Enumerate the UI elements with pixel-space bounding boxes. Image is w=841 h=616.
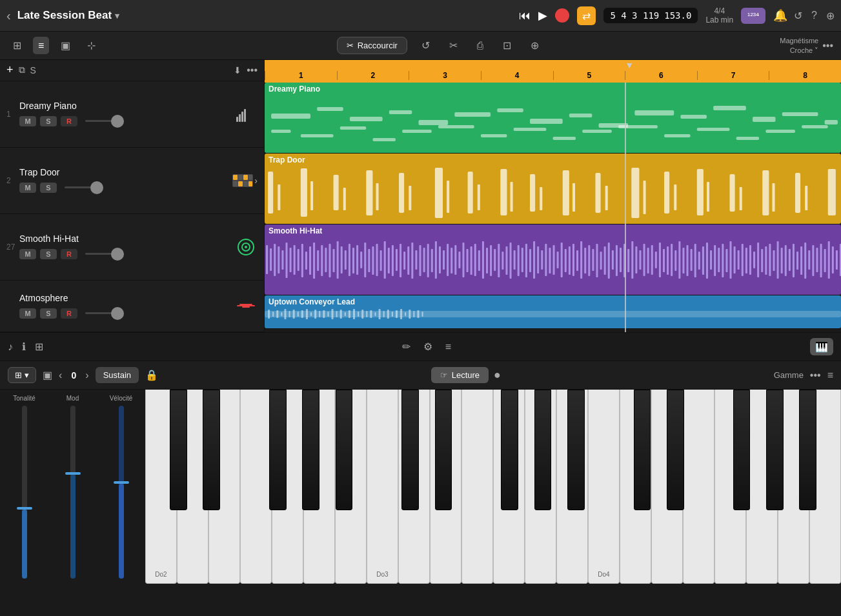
kb-lines-button[interactable]: ≡ bbox=[827, 370, 833, 381]
panel-button[interactable]: ⊞ bbox=[35, 341, 43, 353]
solo-button[interactable]: S bbox=[40, 183, 57, 193]
svg-rect-234 bbox=[268, 310, 270, 319]
mute-button[interactable]: M bbox=[19, 249, 36, 259]
rec-button[interactable]: R bbox=[61, 249, 77, 259]
list-view-button[interactable]: ≡ bbox=[33, 37, 49, 54]
track-instrument-icon[interactable] bbox=[234, 103, 258, 126]
download-button[interactable]: ⬇ bbox=[234, 65, 241, 75]
solo-button[interactable]: S bbox=[40, 308, 57, 319]
solo-button[interactable]: S bbox=[40, 249, 57, 259]
clip-hihat[interactable]: Smooth Hi-Hat // Generate many thin bars… bbox=[265, 224, 841, 295]
key-ds2[interactable] bbox=[203, 390, 220, 510]
clip-dreamy-piano[interactable]: Dreamy Piano bbox=[265, 83, 841, 153]
key-f2[interactable] bbox=[240, 390, 272, 584]
sustain-button[interactable]: Sustain bbox=[96, 367, 139, 383]
octave-down-button[interactable]: ‹ bbox=[59, 370, 62, 381]
info-button[interactable]: ℹ bbox=[22, 341, 26, 353]
loop-button[interactable]: ⇄ bbox=[577, 6, 596, 25]
play-button[interactable]: ▶ bbox=[538, 8, 547, 23]
bounce-button[interactable]: ⎙ bbox=[472, 37, 489, 54]
back-button[interactable]: ‹ bbox=[6, 8, 11, 23]
timeline-ruler[interactable]: 1 2 3 4 5 6 7 8 ▼ bbox=[265, 60, 841, 83]
clip-trap-door[interactable]: Trap Door bbox=[265, 154, 841, 224]
svg-rect-247 bbox=[323, 310, 325, 318]
rewind-button[interactable]: ⏮ bbox=[519, 9, 531, 23]
track-list-more-button[interactable]: ••• bbox=[247, 65, 258, 76]
key-ds3[interactable] bbox=[435, 390, 452, 510]
key-cs4[interactable] bbox=[634, 390, 651, 510]
track-lane-dreamy-piano[interactable]: Dreamy Piano bbox=[265, 83, 841, 154]
key-as2[interactable] bbox=[336, 390, 353, 510]
instrument-button[interactable]: ♪ bbox=[8, 341, 13, 353]
smart-controls-button[interactable]: ⊹ bbox=[82, 37, 101, 54]
key-ds4[interactable] bbox=[667, 390, 684, 510]
rec-button[interactable]: R bbox=[61, 308, 77, 319]
key-gs3[interactable] bbox=[534, 390, 552, 510]
mute-button[interactable]: M bbox=[19, 183, 36, 193]
rec-button[interactable]: R bbox=[61, 116, 77, 126]
add-track-button[interactable]: + bbox=[6, 63, 14, 77]
key-gs2[interactable] bbox=[302, 390, 319, 510]
octave-up-button[interactable]: › bbox=[85, 370, 88, 381]
key-cs3[interactable] bbox=[401, 390, 419, 510]
more-options-button[interactable]: ⊕ bbox=[826, 10, 835, 22]
region-button[interactable]: ⊡ bbox=[498, 37, 516, 54]
velocity-dot-button[interactable]: ● bbox=[494, 368, 501, 382]
tonality-slider[interactable] bbox=[22, 406, 27, 579]
key-as3[interactable] bbox=[567, 390, 585, 510]
mute-button[interactable]: M bbox=[19, 308, 36, 319]
volume-control[interactable] bbox=[85, 248, 124, 261]
key-fs2[interactable] bbox=[269, 390, 287, 510]
volume-control[interactable] bbox=[65, 181, 103, 194]
key-as4[interactable] bbox=[799, 390, 816, 510]
audio-icon[interactable] bbox=[234, 235, 258, 259]
toolbar-more-button[interactable]: ••• bbox=[822, 40, 833, 52]
duplicate-track-button[interactable]: ⧉ bbox=[19, 65, 25, 75]
settings-tool-button[interactable]: ⚙ bbox=[423, 341, 432, 353]
lecture-button[interactable]: ☞ Lecture bbox=[431, 367, 489, 383]
velocity-slider[interactable] bbox=[119, 406, 124, 579]
mixer-tool-button[interactable]: ≡ bbox=[445, 341, 451, 353]
cycle-button[interactable]: ↺ bbox=[416, 37, 435, 54]
track-lane-trap-door[interactable]: Trap Door bbox=[265, 154, 841, 224]
svg-rect-7 bbox=[243, 175, 248, 180]
grid-view-button[interactable]: ⊞ bbox=[8, 37, 26, 54]
add-tool-button[interactable]: ⊕ bbox=[525, 37, 544, 54]
volume-control[interactable] bbox=[85, 307, 124, 320]
track-expand-button[interactable]: › bbox=[254, 175, 258, 186]
help-button[interactable]: ? bbox=[811, 10, 817, 21]
gamme-button[interactable]: Gamme bbox=[774, 370, 804, 380]
view-mode-button[interactable]: ▣ bbox=[43, 369, 52, 381]
mute-button[interactable]: M bbox=[19, 116, 36, 126]
key-f3[interactable] bbox=[461, 390, 493, 584]
atmosphere-icon[interactable] bbox=[234, 295, 258, 318]
lock-button[interactable]: 🔒 bbox=[145, 369, 158, 381]
key-c4[interactable]: Do4 bbox=[588, 390, 620, 584]
undo-button[interactable]: ↺ bbox=[794, 10, 802, 22]
key-gs4[interactable] bbox=[766, 390, 784, 510]
master-button[interactable]: 🔔 bbox=[773, 8, 787, 23]
panel-view-button[interactable]: ▣ bbox=[56, 37, 76, 54]
key-f4[interactable] bbox=[683, 390, 714, 584]
kb-more-button[interactable]: ••• bbox=[810, 370, 821, 381]
raccourcir-button[interactable]: ✂ Raccourcir bbox=[337, 37, 407, 54]
beat-sequencer-icon[interactable] bbox=[231, 169, 254, 192]
key-cs2[interactable] bbox=[170, 390, 187, 510]
mod-slider[interactable] bbox=[70, 406, 76, 579]
solo-all-button[interactable]: S bbox=[30, 65, 36, 75]
count-in-button[interactable]: ¹²³⁴ bbox=[741, 8, 765, 24]
edit-tool-button[interactable]: ✏ bbox=[402, 341, 410, 353]
clip-atmosphere[interactable]: Uptown Conveyor Lead bbox=[265, 295, 841, 328]
keyboard-style-button[interactable]: ⊞ ▾ bbox=[8, 367, 36, 383]
key-fs3[interactable] bbox=[501, 390, 518, 510]
solo-button[interactable]: S bbox=[40, 116, 57, 126]
key-c3[interactable]: Do3 bbox=[367, 390, 398, 584]
cut-tool-button[interactable]: ✂ bbox=[444, 37, 463, 54]
volume-control[interactable] bbox=[85, 115, 124, 128]
track-lane-hihat[interactable]: Smooth Hi-Hat // Generate many thin bars… bbox=[265, 224, 841, 295]
key-fs4[interactable] bbox=[733, 390, 751, 510]
record-button[interactable] bbox=[555, 8, 569, 23]
svg-rect-97 bbox=[309, 246, 311, 275]
piano-view-button[interactable]: 🎹 bbox=[810, 338, 833, 355]
track-lane-atmosphere[interactable]: Uptown Conveyor Lead bbox=[265, 295, 841, 329]
